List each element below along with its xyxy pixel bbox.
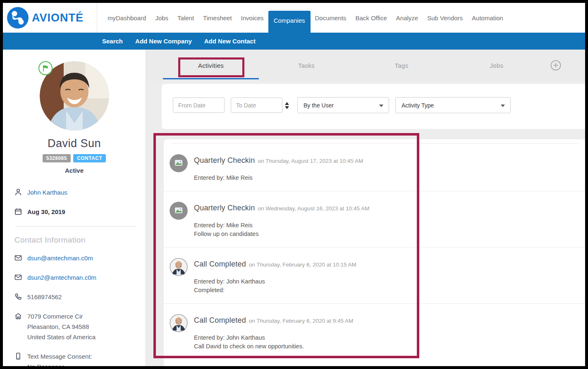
activity-line: Call David to check on new opportunities… [194,342,353,351]
activity-avatar-placeholder-icon [170,202,188,220]
avionte-logo-icon [7,7,29,29]
activity-title: Quarterly Checkin [194,156,255,165]
brand-name: AVIONTÉ [32,12,84,24]
activity-line: Follow up on candidates [194,230,369,238]
activity-row[interactable]: Call Completed on Thursday, February 6, … [164,248,585,304]
activity-date: on Thursday, August 17, 2023 at 10:45 AM [258,158,363,164]
main-panel: Activities Tasks Tags Jobs By the User A… [146,50,585,366]
brand-logo[interactable]: AVIONTÉ [3,3,97,33]
mobile-icon [14,352,22,360]
nav-item-mydashboard[interactable]: myDashboard [103,14,151,21]
app-window: AVIONTÉ myDashboard Jobs Talent Timeshee… [0,0,588,369]
address-row: 7079 Commerce Cir Pleasanton, CA 94588 U… [14,311,137,342]
tab-jobs[interactable]: Jobs [490,62,504,69]
address-line-1: 7079 Commerce Cir [27,313,83,320]
activity-line: Entered by: Mike Reis [194,221,369,230]
subnav-add-new-contact[interactable]: Add New Contact [204,38,256,45]
calendar-icon [14,208,22,215]
contact-information-heading: Contact Information [14,236,137,245]
activity-row[interactable]: Quarterly Checkin on Wednesday, August 1… [164,191,585,248]
chevron-down-icon [501,105,505,107]
nav-item-analyze[interactable]: Analyze [392,14,423,21]
activity-line: Entered by: John Karthaus [194,333,353,342]
activity-type-select[interactable]: Activity Type [395,97,511,113]
activity-avatar-photo [170,258,188,276]
sms-consent-row: Text Message Consent: No Response [14,351,137,369]
phone-row: 5168974562 [14,292,137,302]
nav-item-documents[interactable]: Documents [311,14,351,21]
owner-link[interactable]: John Karthaus [27,187,67,198]
by-user-select-value: By the User [304,102,334,109]
tab-tasks[interactable]: Tasks [298,62,315,69]
contact-type-badge: CONTACT [73,154,106,162]
email-row-2: dsun2@amtechman.c0m [14,272,137,283]
email-icon [14,254,22,262]
tab-tags[interactable]: Tags [395,62,409,69]
sidebar-divider [15,226,136,226]
by-user-select[interactable]: By the User [297,97,389,113]
email-link-2[interactable]: dsun2@amtechman.c0m [27,272,96,283]
id-badge: 5328085 [43,154,71,162]
status-text: Active [3,167,146,174]
subnav-search[interactable]: Search [102,38,123,45]
content-area: David Sun 5328085 CONTACT Active John Ka… [3,50,585,366]
activity-title: Call Completed [194,316,246,325]
sort-order-icon[interactable] [284,101,290,110]
from-date-input[interactable] [173,98,225,113]
email-link-1[interactable]: dsun@amtechman.c0m [27,253,93,263]
companies-subnav: Search Add New Company Add New Contact [3,33,585,50]
active-tab-underline [163,78,259,79]
phone-number: 5168974562 [27,292,62,302]
sms-consent-block: Text Message Consent: No Response [27,351,92,369]
activity-title: Call Completed [194,260,246,269]
email-icon [14,274,22,281]
address-block: 7079 Commerce Cir Pleasanton, CA 94588 U… [27,311,96,342]
to-date-input[interactable] [231,98,282,113]
nav-item-jobs[interactable]: Jobs [151,14,173,21]
flag-icon [42,65,49,71]
home-icon [14,312,22,320]
activity-line: Entered by: John Karthaus [194,277,356,286]
address-line-3: United States of America [27,333,96,340]
sms-consent-value: No Response [27,363,65,369]
nav-item-talent[interactable]: Talent [173,14,198,21]
subnav-add-new-company[interactable]: Add New Company [135,38,192,45]
activity-avatar-photo [170,314,188,332]
address-line-2: Pleasanton, CA 94588 [27,323,89,330]
sms-consent-label: Text Message Consent: [27,353,92,360]
tab-activities[interactable]: Activities [198,62,224,69]
nav-item-timesheet[interactable]: Timesheet [198,14,236,21]
detail-tabbar: Activities Tasks Tags Jobs [146,50,585,81]
activity-date: on Thursday, February 6, 2020 at 9:45 AM [249,318,353,324]
nav-item-back-office[interactable]: Back Office [351,14,391,21]
activity-line: Completed: [194,286,356,295]
add-tab-plus-icon[interactable] [550,60,561,71]
activity-title: Quarterly Checkin [194,204,255,212]
flag-badge[interactable] [38,61,53,75]
created-date: Aug 30, 2019 [27,207,65,217]
activity-list-card: Quarterly Checkin on Thursday, August 17… [164,139,585,366]
activity-type-select-value: Activity Type [402,102,434,109]
activity-date: on Thursday, February 6, 2020 at 10:15 A… [249,262,356,268]
phone-icon [14,293,22,300]
person-icon [14,188,22,196]
contact-sidebar: David Sun 5328085 CONTACT Active John Ka… [3,50,146,366]
top-nav: myDashboard Jobs Talent Timesheet Invoic… [103,3,508,33]
chevron-down-icon [379,105,383,107]
contact-badges: 5328085 CONTACT [3,154,146,162]
activity-line: Entered by: Mike Reis [194,174,363,182]
contact-details: John Karthaus Aug 30, 2019 Contact Infor… [3,187,146,369]
activity-row[interactable]: Quarterly Checkin on Thursday, August 17… [164,144,585,191]
nav-item-companies[interactable]: Companies [268,11,311,33]
nav-item-automation[interactable]: Automation [467,14,508,21]
nav-item-invoices[interactable]: Invoices [237,14,268,21]
activity-filter-card: By the User Activity Type [162,84,585,129]
email-row-1: dsun@amtechman.c0m [14,253,137,263]
nav-item-sub-vendors[interactable]: Sub Vendors [423,14,467,21]
activity-list: Quarterly Checkin on Thursday, August 17… [164,144,585,359]
top-header: AVIONTÉ myDashboard Jobs Talent Timeshee… [3,3,585,33]
profile-photo-wrap [40,61,109,131]
activity-row[interactable]: Call Completed on Thursday, February 6, … [164,304,585,359]
contact-name: David Sun [3,137,146,150]
activity-date: on Wednesday, August 16, 2023 at 10:45 A… [258,205,369,212]
